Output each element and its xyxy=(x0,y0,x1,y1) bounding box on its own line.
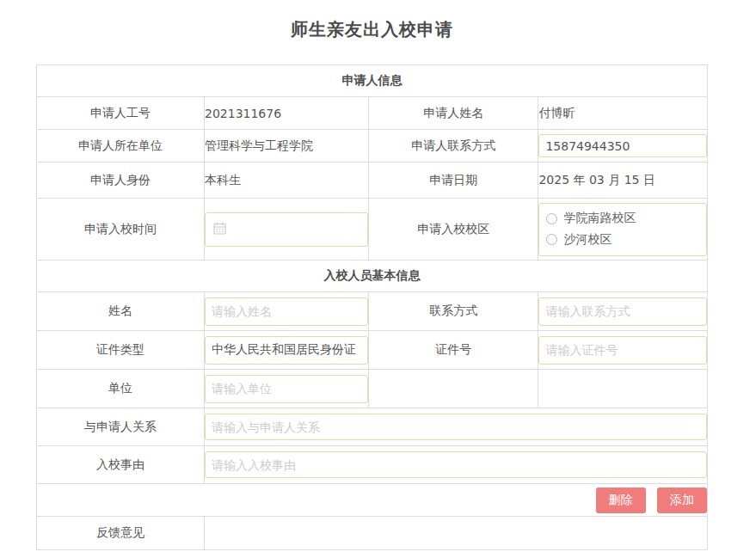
entry-reason-input[interactable] xyxy=(205,451,707,478)
visitor-contact-label: 联系方式 xyxy=(369,292,538,331)
application-date-value: 2025 年 03 月 15 日 xyxy=(538,162,708,199)
applicant-identity-value: 本科生 xyxy=(205,162,369,199)
campus-option-shahe[interactable]: 沙河校区 xyxy=(546,232,699,248)
campus-label: 申请入校校区 xyxy=(369,199,538,261)
applicant-unit-label: 申请人所在单位 xyxy=(37,130,205,162)
campus-option-shahe-label: 沙河校区 xyxy=(563,232,612,248)
applicant-unit-value: 管理科学与工程学院 xyxy=(205,130,369,162)
visitor-unit-input[interactable] xyxy=(205,375,368,403)
empty-cell xyxy=(538,370,708,408)
feedback-value xyxy=(205,517,708,550)
campus-radio-group: 学院南路校区 沙河校区 xyxy=(538,203,707,256)
add-button[interactable]: 添加 xyxy=(657,487,707,513)
applicant-section-header: 申请人信息 xyxy=(37,65,708,97)
visitor-name-label: 姓名 xyxy=(37,292,205,331)
empty-cell xyxy=(369,370,538,408)
application-form-table: 申请人信息 申请人工号 2021311676 申请人姓名 付博昕 申请人所在单位… xyxy=(36,64,708,550)
delete-button[interactable]: 删除 xyxy=(596,487,646,513)
radio-icon[interactable] xyxy=(546,213,557,224)
id-type-label: 证件类型 xyxy=(37,331,205,370)
entry-time-label: 申请入校时间 xyxy=(37,199,205,261)
entry-reason-label: 入校事由 xyxy=(37,446,205,484)
radio-icon[interactable] xyxy=(546,234,557,245)
campus-option-south[interactable]: 学院南路校区 xyxy=(546,211,699,226)
applicant-identity-label: 申请人身份 xyxy=(37,162,205,199)
application-date-label: 申请日期 xyxy=(369,162,538,199)
entry-time-date-picker[interactable] xyxy=(205,212,368,247)
visitor-contact-input[interactable] xyxy=(538,297,707,326)
id-type-input[interactable] xyxy=(205,336,368,365)
applicant-contact-label: 申请人联系方式 xyxy=(369,130,538,162)
id-number-label: 证件号 xyxy=(369,331,538,370)
application-page: 师生亲友出入校申请 申请人信息 申请人工号 2021311676 申请人姓名 付… xyxy=(0,0,756,558)
action-button-row: 删除 添加 xyxy=(37,484,708,517)
applicant-id-value: 2021311676 xyxy=(205,97,369,130)
applicant-name-value: 付博昕 xyxy=(538,97,708,130)
applicant-contact-input[interactable] xyxy=(538,134,707,157)
page-title: 师生亲友出入校申请 xyxy=(36,0,708,41)
relation-input[interactable] xyxy=(205,414,707,440)
visitor-section-header: 入校人员基本信息 xyxy=(37,261,708,292)
visitor-name-input[interactable] xyxy=(205,297,368,326)
relation-label: 与申请人关系 xyxy=(37,408,205,446)
applicant-name-label: 申请人姓名 xyxy=(369,97,538,130)
feedback-label: 反馈意见 xyxy=(37,517,205,550)
campus-option-south-label: 学院南路校区 xyxy=(563,211,636,226)
calendar-icon xyxy=(213,222,226,237)
visitor-unit-label: 单位 xyxy=(37,370,205,408)
applicant-id-label: 申请人工号 xyxy=(37,97,205,130)
id-number-input[interactable] xyxy=(538,336,707,365)
